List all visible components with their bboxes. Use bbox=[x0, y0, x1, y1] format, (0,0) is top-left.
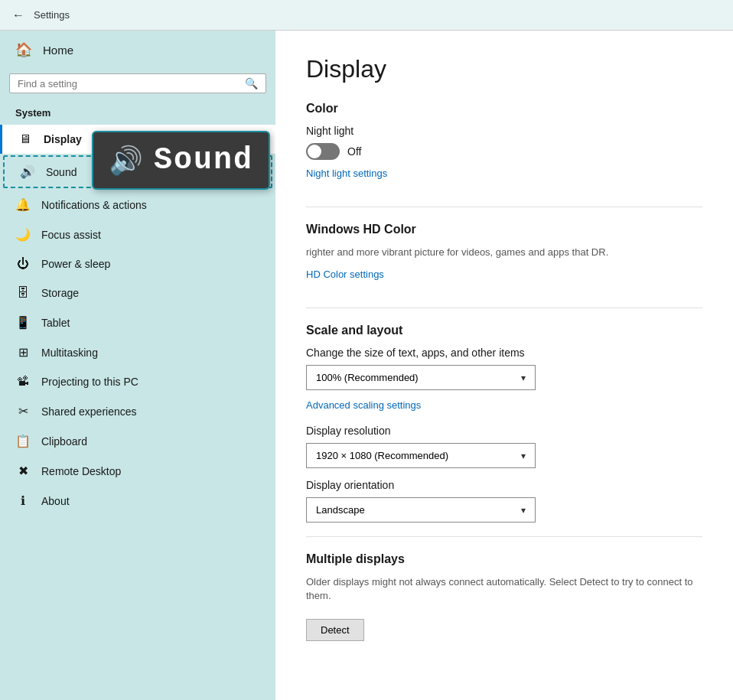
home-icon: 🏠 bbox=[15, 41, 32, 58]
search-input[interactable] bbox=[18, 78, 245, 90]
sidebar-item-sound-label: Sound bbox=[46, 166, 77, 178]
search-icon: 🔍 bbox=[245, 77, 258, 90]
about-icon: ℹ bbox=[15, 493, 31, 508]
resolution-dropdown-arrow: ▾ bbox=[521, 451, 526, 461]
sidebar-item-projecting-label: Projecting to this PC bbox=[41, 376, 138, 388]
notifications-icon: 🔔 bbox=[15, 197, 31, 212]
clipboard-icon: 📋 bbox=[15, 434, 31, 448]
scale-dropdown-value: 100% (Recommended) bbox=[316, 372, 419, 383]
hd-color-settings-link[interactable]: HD Color settings bbox=[306, 269, 384, 280]
sidebar-item-notifications-label: Notifications & actions bbox=[41, 199, 147, 211]
sidebar-item-power-label: Power & sleep bbox=[41, 258, 110, 270]
scale-dropdown[interactable]: 100% (Recommended) ▾ bbox=[306, 365, 536, 390]
sidebar-item-home[interactable]: 🏠 Home bbox=[0, 31, 275, 69]
advanced-scaling-link[interactable]: Advanced scaling settings bbox=[306, 399, 421, 411]
sidebar-item-remote[interactable]: ✖ Remote Desktop bbox=[0, 456, 275, 486]
night-light-toggle-row: Off bbox=[306, 143, 702, 160]
sidebar-item-storage-label: Storage bbox=[41, 287, 79, 299]
scale-label: Change the size of text, apps, and other… bbox=[306, 347, 702, 359]
tablet-icon: 📱 bbox=[15, 315, 31, 330]
night-light-label: Night light bbox=[306, 125, 702, 137]
sound-tooltip-icon: 🔊 bbox=[109, 145, 143, 177]
color-section-title: Color bbox=[306, 102, 702, 116]
back-button[interactable]: ← bbox=[12, 8, 24, 22]
sound-tooltip-text: Sound bbox=[154, 143, 253, 177]
sidebar-item-about[interactable]: ℹ About bbox=[0, 486, 275, 516]
hd-color-section-title: Windows HD Color bbox=[306, 223, 702, 236]
power-icon: ⏻ bbox=[15, 257, 31, 271]
sidebar-item-shared-label: Shared experiences bbox=[41, 405, 137, 418]
detect-button[interactable]: Detect bbox=[306, 619, 364, 641]
sound-tooltip: 🔊 Sound bbox=[92, 131, 270, 190]
sound-icon: 🔊 bbox=[20, 164, 35, 179]
scale-dropdown-arrow: ▾ bbox=[521, 373, 526, 383]
main-content: Display Color Night light Off Night ligh… bbox=[275, 31, 733, 700]
multiple-displays-section-title: Multiple displays bbox=[306, 552, 702, 566]
sidebar-item-remote-label: Remote Desktop bbox=[41, 465, 121, 477]
sidebar-item-projecting[interactable]: 📽 Projecting to this PC bbox=[0, 367, 275, 396]
sidebar: 🏠 Home 🔍 System 🖥 Display 🔊 Sound 🔊 Soun… bbox=[0, 31, 275, 700]
remote-icon: ✖ bbox=[15, 464, 31, 478]
sidebar-item-multitasking[interactable]: ⊞ Multitasking bbox=[0, 337, 275, 367]
sidebar-item-shared[interactable]: ✂ Shared experiences bbox=[0, 396, 275, 426]
sidebar-item-clipboard-label: Clipboard bbox=[41, 435, 87, 448]
storage-icon: 🗄 bbox=[15, 286, 31, 300]
focus-icon: 🌙 bbox=[15, 227, 31, 242]
search-box: 🔍 bbox=[9, 73, 266, 93]
sidebar-section-title: System bbox=[0, 104, 275, 125]
sidebar-item-notifications[interactable]: 🔔 Notifications & actions bbox=[0, 190, 275, 220]
sidebar-item-power[interactable]: ⏻ Power & sleep bbox=[0, 249, 275, 278]
sidebar-item-focus-label: Focus assist bbox=[41, 229, 101, 241]
night-light-status: Off bbox=[347, 145, 361, 158]
sidebar-item-tablet-label: Tablet bbox=[41, 317, 70, 329]
divider-3 bbox=[306, 536, 702, 537]
multiple-displays-description: Older displays might not always connect … bbox=[306, 575, 702, 603]
night-light-toggle[interactable] bbox=[306, 143, 340, 160]
divider-1 bbox=[306, 207, 702, 207]
resolution-label: Display resolution bbox=[306, 425, 702, 437]
resolution-dropdown-value: 1920 × 1080 (Recommended) bbox=[316, 450, 448, 461]
sidebar-item-display-label: Display bbox=[44, 133, 82, 145]
sidebar-item-storage[interactable]: 🗄 Storage bbox=[0, 278, 275, 308]
projecting-icon: 📽 bbox=[15, 375, 31, 389]
sidebar-item-tablet[interactable]: 📱 Tablet bbox=[0, 308, 275, 337]
orientation-dropdown-value: Landscape bbox=[316, 504, 365, 516]
orientation-dropdown-arrow: ▾ bbox=[521, 505, 526, 516]
sidebar-home-label: Home bbox=[43, 44, 73, 57]
divider-2 bbox=[306, 308, 702, 308]
night-light-settings-link[interactable]: Night light settings bbox=[306, 168, 387, 179]
shared-icon: ✂ bbox=[15, 404, 31, 418]
sidebar-item-about-label: About bbox=[41, 495, 70, 507]
orientation-label: Display orientation bbox=[306, 479, 702, 491]
multitasking-icon: ⊞ bbox=[15, 345, 31, 360]
title-bar-title: Settings bbox=[34, 9, 70, 21]
page-title: Display bbox=[306, 55, 702, 83]
sidebar-item-focus[interactable]: 🌙 Focus assist bbox=[0, 220, 275, 249]
toggle-knob bbox=[308, 145, 321, 158]
orientation-dropdown[interactable]: Landscape ▾ bbox=[306, 497, 536, 523]
sidebar-item-clipboard[interactable]: 📋 Clipboard bbox=[0, 426, 275, 456]
sidebar-item-multitasking-label: Multitasking bbox=[41, 347, 98, 359]
scale-section-title: Scale and layout bbox=[306, 324, 702, 337]
resolution-dropdown[interactable]: 1920 × 1080 (Recommended) ▾ bbox=[306, 443, 536, 468]
hd-color-description: righter and more vibrant picture for vid… bbox=[306, 246, 702, 259]
display-icon: 🖥 bbox=[18, 132, 33, 146]
